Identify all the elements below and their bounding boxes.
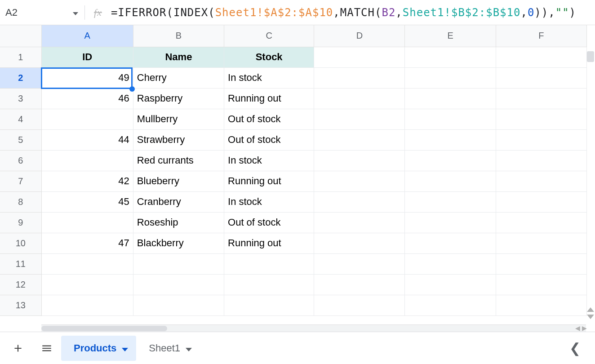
vertical-scrollbar-thumb[interactable]	[587, 51, 594, 62]
cell-D4[interactable]	[314, 109, 405, 129]
cell-B3[interactable]: Raspberry	[133, 88, 224, 109]
horizontal-scrollbar-thumb[interactable]	[41, 326, 167, 331]
cell-F7[interactable]	[496, 171, 586, 191]
row-header[interactable]: 9	[0, 212, 41, 233]
cell-D9[interactable]	[314, 212, 405, 233]
cell-A7[interactable]: 42	[41, 171, 133, 191]
scroll-right-arrows[interactable]: ◀ ▶	[575, 324, 587, 332]
sheet-tab-dropdown-icon[interactable]	[122, 342, 128, 354]
row-header[interactable]: 12	[0, 274, 41, 295]
row-header[interactable]: 4	[0, 109, 41, 129]
cell-F6[interactable]	[496, 150, 586, 171]
cell-E8[interactable]	[405, 191, 496, 212]
explore-collapse-button[interactable]: ❮	[569, 340, 591, 356]
cell-D10[interactable]	[314, 233, 405, 253]
cell-E10[interactable]	[405, 233, 496, 253]
cell-B7[interactable]: Blueberry	[133, 171, 224, 191]
column-header-D[interactable]: D	[314, 25, 405, 47]
row-header[interactable]: 2	[0, 67, 41, 88]
cell-B9[interactable]: Roseship	[133, 212, 224, 233]
cell-E7[interactable]	[405, 171, 496, 191]
column-header-A[interactable]: A	[41, 25, 133, 47]
row-header[interactable]: 11	[0, 253, 41, 274]
cell-A8[interactable]: 45	[41, 191, 133, 212]
cell-C2[interactable]: In stock	[224, 67, 314, 88]
row-header[interactable]: 6	[0, 150, 41, 171]
row-header[interactable]: 8	[0, 191, 41, 212]
cell-A13[interactable]	[41, 295, 133, 315]
cell-F10[interactable]	[496, 233, 586, 253]
cell-C4[interactable]: Out of stock	[224, 109, 314, 129]
cell-F9[interactable]	[496, 212, 586, 233]
cell-D5[interactable]	[314, 129, 405, 150]
cell-A6[interactable]	[41, 150, 133, 171]
spreadsheet-grid[interactable]: A B C D E F 1 ID Name Stock 2 49 Cherry …	[0, 25, 595, 332]
cell-D3[interactable]	[314, 88, 405, 109]
cell-A2[interactable]: 49	[41, 67, 133, 88]
cell-B4[interactable]: Mullberry	[133, 109, 224, 129]
sheet-tab-sheet1[interactable]: Sheet1	[136, 336, 200, 361]
row-header[interactable]: 5	[0, 129, 41, 150]
all-sheets-button[interactable]	[32, 336, 61, 361]
select-all-corner[interactable]	[0, 25, 41, 47]
cell-A11[interactable]	[41, 253, 133, 274]
cell-D1[interactable]	[314, 47, 405, 67]
cell-D7[interactable]	[314, 171, 405, 191]
cell-B5[interactable]: Strawberry	[133, 129, 224, 150]
column-header-E[interactable]: E	[405, 25, 496, 47]
scroll-up-icon[interactable]	[587, 307, 594, 312]
cell-D8[interactable]	[314, 191, 405, 212]
cell-A5[interactable]: 44	[41, 129, 133, 150]
cell-D6[interactable]	[314, 150, 405, 171]
cell-A4[interactable]	[41, 109, 133, 129]
row-header[interactable]: 10	[0, 233, 41, 253]
name-box-dropdown-icon[interactable]	[73, 7, 78, 18]
formula-input[interactable]: =IFERROR(INDEX(Sheet1!$A$2:$A$10,MATCH(B…	[111, 6, 576, 19]
cell-E1[interactable]	[405, 47, 496, 67]
row-header[interactable]: 3	[0, 88, 41, 109]
cell-B10[interactable]: Blackberry	[133, 233, 224, 253]
cell-C10[interactable]: Running out	[224, 233, 314, 253]
horizontal-scrollbar[interactable]: ◀ ▶	[41, 324, 586, 332]
cell-A12[interactable]	[41, 274, 133, 295]
cell-F3[interactable]	[496, 88, 586, 109]
cell-F5[interactable]	[496, 129, 586, 150]
cell-C1[interactable]: Stock	[224, 47, 314, 67]
cell-B2[interactable]: Cherry	[133, 67, 224, 88]
cell-F1[interactable]	[496, 47, 586, 67]
sheet-tab-dropdown-icon[interactable]	[186, 342, 192, 354]
name-box[interactable]: A2	[5, 5, 84, 20]
cell-E3[interactable]	[405, 88, 496, 109]
cell-B6[interactable]: Red currants	[133, 150, 224, 171]
cell-C7[interactable]: Running out	[224, 171, 314, 191]
cell-C5[interactable]: Out of stock	[224, 129, 314, 150]
cell-C8[interactable]: In stock	[224, 191, 314, 212]
cell-E9[interactable]	[405, 212, 496, 233]
cell-E6[interactable]	[405, 150, 496, 171]
column-header-C[interactable]: C	[224, 25, 314, 47]
cell-B8[interactable]: Cranberry	[133, 191, 224, 212]
scroll-down-icon[interactable]	[587, 315, 594, 319]
row-header[interactable]: 7	[0, 171, 41, 191]
cell-A10[interactable]: 47	[41, 233, 133, 253]
cell-D2[interactable]	[314, 67, 405, 88]
add-sheet-button[interactable]	[4, 336, 32, 361]
sheet-tab-products[interactable]: Products	[61, 336, 136, 361]
cell-F2[interactable]	[496, 67, 586, 88]
cell-A1[interactable]: ID	[41, 47, 133, 67]
cell-A3[interactable]: 46	[41, 88, 133, 109]
cell-B1[interactable]: Name	[133, 47, 224, 67]
cell-C6[interactable]: In stock	[224, 150, 314, 171]
cell-F4[interactable]	[496, 109, 586, 129]
cell-A9[interactable]	[41, 212, 133, 233]
column-header-F[interactable]: F	[496, 25, 586, 47]
row-header[interactable]: 1	[0, 47, 41, 67]
cell-E5[interactable]	[405, 129, 496, 150]
cell-C3[interactable]: Running out	[224, 88, 314, 109]
cell-E4[interactable]	[405, 109, 496, 129]
row-header[interactable]: 13	[0, 295, 41, 315]
column-header-B[interactable]: B	[133, 25, 224, 47]
cell-E2[interactable]	[405, 67, 496, 88]
fill-handle[interactable]	[129, 86, 135, 92]
cell-C9[interactable]: Out of stock	[224, 212, 314, 233]
